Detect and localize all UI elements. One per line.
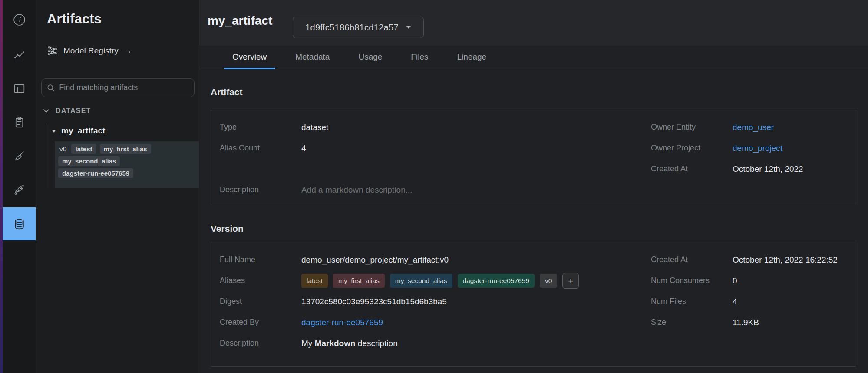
row-label: Num Consumers bbox=[651, 276, 733, 285]
rail-item-sweeps[interactable] bbox=[3, 143, 36, 168]
row-spacer bbox=[220, 164, 637, 185]
type-value: dataset bbox=[301, 123, 328, 132]
table-icon bbox=[12, 81, 26, 96]
alias-badge-my-first-alias[interactable]: my_first_alias bbox=[333, 274, 385, 288]
model-registry-link[interactable]: Model Registry → bbox=[46, 45, 132, 57]
rail-item-launch[interactable] bbox=[3, 177, 36, 202]
alias-badge-my-second-alias[interactable]: my_second_alias bbox=[390, 274, 452, 288]
row-num-consumers: Num Consumers 0 bbox=[651, 276, 848, 297]
owner-project-link[interactable]: demo_project bbox=[733, 143, 782, 153]
tab-overview[interactable]: Overview bbox=[224, 46, 275, 69]
tree-artifact-label: my_artifact bbox=[61, 126, 105, 136]
row-label: Type bbox=[220, 123, 301, 132]
description-placeholder[interactable]: Add a markdown description... bbox=[301, 185, 413, 195]
artifacts-sidebar: Artifacts Model Registry → DATASET my_ar… bbox=[36, 0, 199, 373]
description-text: description bbox=[356, 339, 398, 348]
version-section-title: Version bbox=[211, 223, 244, 234]
database-icon bbox=[12, 217, 26, 231]
rail-item-info[interactable]: i bbox=[3, 7, 36, 32]
info-icon: i bbox=[12, 13, 26, 27]
alias-pill: my_first_alias bbox=[100, 144, 151, 154]
row-label: Description bbox=[220, 185, 301, 194]
tab-lineage[interactable]: Lineage bbox=[449, 46, 495, 69]
version-panel: Full Name demo_user/demo_project/my_arti… bbox=[211, 243, 856, 367]
search-icon bbox=[47, 83, 55, 92]
tree-section-label: DATASET bbox=[56, 107, 91, 115]
row-label: Alias Count bbox=[220, 143, 301, 153]
add-alias-button[interactable]: + bbox=[562, 273, 579, 289]
row-created-by: Created By dagster-run-ee057659 bbox=[220, 318, 637, 339]
rail-item-workspace[interactable] bbox=[3, 43, 36, 68]
rocket-icon bbox=[12, 183, 26, 197]
main-content: my_artifact 1d9ffc5186b81cd12a57 Overvie… bbox=[199, 0, 868, 373]
model-registry-label: Model Registry bbox=[63, 46, 119, 56]
dropdown-caret-icon bbox=[406, 26, 411, 29]
row-alias-count: Alias Count 4 bbox=[220, 143, 637, 164]
page-title: my_artifact bbox=[208, 14, 272, 28]
size-value: 11.9KB bbox=[733, 318, 759, 327]
num-consumers-value: 0 bbox=[733, 276, 737, 286]
row-description: Description Add a markdown description..… bbox=[220, 185, 637, 206]
row-label: Digest bbox=[220, 297, 301, 306]
model-registry-icon bbox=[46, 45, 58, 57]
row-created-at: Created At October 12th, 2022 bbox=[651, 164, 848, 185]
row-label: Owner Entity bbox=[651, 123, 733, 132]
version-created-at-value: October 12th, 2022 16:22:52 bbox=[733, 255, 838, 265]
tab-metadata[interactable]: Metadata bbox=[287, 46, 338, 69]
row-version-description: Description My Markdown description bbox=[220, 339, 637, 360]
owner-entity-link[interactable]: demo_user bbox=[733, 123, 774, 132]
row-label: Full Name bbox=[220, 255, 301, 264]
created-by-link[interactable]: dagster-run-ee057659 bbox=[301, 318, 383, 327]
left-nav-rail: i bbox=[0, 0, 36, 373]
tab-bar: Overview Metadata Usage Files Lineage bbox=[199, 46, 868, 69]
num-files-value: 4 bbox=[733, 297, 737, 306]
artifact-section-title: Artifact bbox=[211, 87, 243, 97]
version-description-value: My Markdown description bbox=[301, 339, 398, 348]
rail-item-reports[interactable] bbox=[3, 110, 36, 135]
rail-item-artifacts[interactable] bbox=[3, 207, 36, 240]
alias-count-value: 4 bbox=[301, 143, 306, 153]
sidebar-title: Artifacts bbox=[47, 11, 102, 27]
tree-item-version-v0[interactable]: v0 latest my_first_alias my_second_alias… bbox=[55, 141, 199, 188]
alias-pill: my_second_alias bbox=[58, 156, 120, 166]
row-label: Owner Project bbox=[651, 143, 733, 153]
row-label: Created At bbox=[651, 164, 733, 173]
rail-item-tables[interactable] bbox=[3, 76, 36, 101]
tree-section-dataset[interactable]: DATASET bbox=[43, 107, 91, 115]
arrow-right-icon: → bbox=[124, 46, 132, 56]
version-select-dropdown[interactable]: 1d9ffc5186b81cd12a57 bbox=[293, 17, 424, 38]
digest-value: 13702c580c03e95323c51db15d6b3ba5 bbox=[301, 297, 447, 306]
svg-text:i: i bbox=[18, 16, 21, 23]
alias-pill: latest bbox=[71, 144, 96, 154]
created-at-value: October 12th, 2022 bbox=[733, 164, 803, 174]
alias-badge-latest[interactable]: latest bbox=[301, 274, 328, 288]
artifact-header: my_artifact 1d9ffc5186b81cd12a57 bbox=[199, 0, 868, 46]
description-bold-text: Markdown bbox=[315, 339, 356, 348]
row-version-created-at: Created At October 12th, 2022 16:22:52 bbox=[651, 255, 848, 276]
search-input[interactable] bbox=[59, 83, 189, 92]
row-digest: Digest 13702c580c03e95323c51db15d6b3ba5 bbox=[220, 297, 637, 318]
artifact-panel: Type dataset Alias Count 4 Description A… bbox=[211, 110, 856, 205]
row-owner-project: Owner Project demo_project bbox=[651, 143, 848, 164]
tab-files[interactable]: Files bbox=[403, 46, 436, 69]
row-num-files: Num Files 4 bbox=[651, 297, 848, 318]
version-id: 1d9ffc5186b81cd12a57 bbox=[305, 23, 399, 33]
line-chart-icon bbox=[12, 49, 26, 63]
chevron-down-icon bbox=[43, 109, 50, 113]
alias-badge-dagster-run[interactable]: dagster-run-ee057659 bbox=[458, 274, 535, 288]
tab-usage[interactable]: Usage bbox=[350, 46, 390, 69]
row-label: Description bbox=[220, 339, 301, 348]
alias-badge-v0[interactable]: v0 bbox=[540, 274, 557, 288]
row-size: Size 11.9KB bbox=[651, 318, 848, 339]
row-label: Created At bbox=[651, 255, 733, 264]
row-label: Created By bbox=[220, 318, 301, 327]
tree-guide-line bbox=[46, 123, 46, 188]
alias-pill: dagster-run-ee057659 bbox=[58, 168, 133, 178]
row-label: Size bbox=[651, 318, 733, 327]
row-label: Num Files bbox=[651, 297, 733, 306]
artifact-search-box bbox=[41, 78, 195, 97]
tree-item-my-artifact[interactable]: my_artifact bbox=[51, 126, 105, 136]
row-owner-entity: Owner Entity demo_user bbox=[651, 123, 848, 143]
caret-down-icon bbox=[51, 129, 56, 133]
description-text: My bbox=[301, 339, 315, 348]
